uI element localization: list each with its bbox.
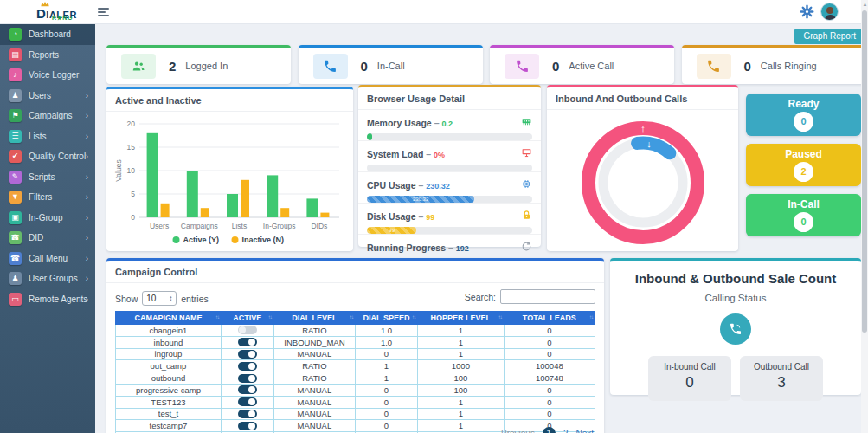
stat-card-calls-ringing[interactable]: 0 Calls Ringing [682,45,866,84]
pagination-previous[interactable]: Previous [501,429,535,433]
dial-level: MANUAL [273,396,355,408]
sidebar-item-reports[interactable]: ▤ Reports [0,45,95,66]
sidebar-item-filters[interactable]: ▼ Filters› [0,187,95,208]
column-header-hopper-level[interactable]: HOPPER LEVEL↑↓ [418,312,505,325]
hopper-level: 100 [418,384,505,396]
active-toggle[interactable] [238,422,257,430]
graph-report-button[interactable]: Graph Report [794,29,865,44]
sidebar-item-user-groups[interactable]: ♟ User Groups› [0,268,95,289]
campaigns-icon: ⚑ [9,109,22,122]
campaign-name[interactable]: changein1 [116,325,222,337]
page-size-control: Show 10 ↕ entries [115,291,209,306]
user-avatar[interactable] [820,3,839,21]
column-header-total-leads[interactable]: TOTAL LEADS↑↓ [504,312,595,325]
show-label: Show [115,294,138,304]
active-call-phone-icon [505,54,539,79]
sidebar-item-in-group[interactable]: ▣ In-Group› [0,208,95,229]
campaign-name[interactable]: ingroup [116,348,222,360]
usage-progress-fill: 230.32 [367,196,474,203]
status-card-in-call[interactable]: In-Call 0 [746,194,861,236]
sort-icon: ↑↓ [350,314,353,320]
pagination-page-2[interactable]: 2 [563,429,569,433]
sidebar-item-scripts[interactable]: ✎ Scripts› [0,167,95,188]
active-toggle[interactable] [238,350,257,359]
hopper-level: 1 [418,396,505,408]
active-toggle[interactable] [238,374,257,383]
stat-label: Logged In [185,61,228,71]
stat-label: Active Call [569,61,614,71]
active-toggle[interactable] [238,338,257,346]
dial-speed: 0 [355,396,417,408]
menu-toggle-icon[interactable] [98,8,110,17]
campaign-control-title: Campaign Control [106,261,604,283]
usage-row-memory-usage: Memory Usage – 0.2 [358,110,541,140]
svg-text:Values: Values [114,159,123,181]
active-toggle[interactable] [238,397,257,406]
usage-value: 99 [426,213,434,222]
campaign-row-test-t: test_t MANUAL 0 1 0 [116,408,595,420]
sidebar-item-did[interactable]: ☎ DID› [0,228,95,249]
top-header: DIALER K★NG [0,0,868,24]
sidebar-item-call-menu[interactable]: ☎ Call Menu› [0,249,95,269]
campaign-name[interactable]: TEST123 [116,396,222,408]
campaign-row-out-camp: out_camp RATIO 1 1000 100048 [116,360,595,372]
status-card-paused[interactable]: Paused 2 [746,144,861,186]
total-leads: 0 [504,348,595,360]
active-toggle[interactable] [238,410,257,418]
status-label: Ready [746,94,861,110]
sidebar-item-voice-logger[interactable]: ♪ Voice Logger [0,65,95,86]
status-card-ready[interactable]: Ready 0 [746,94,861,136]
sidebar-item-dashboard[interactable]: ◔ Dashboard [0,24,95,45]
sidebar-item-remote-agents[interactable]: ▭ Remote Agents› [0,289,95,310]
usage-value: 0% [434,151,445,159]
svg-text:↑: ↑ [640,122,646,135]
vertical-scrollbar[interactable]: ▲ [861,0,868,433]
usage-progress-fill: 99 [367,227,416,234]
column-header-active[interactable]: ACTIVE↑↓ [221,312,273,325]
dial-level: MANUAL [273,420,355,432]
campaign-row-changein1: changein1 RATIO 1.0 1 0 [116,325,595,337]
search-input[interactable] [500,289,595,304]
sidebar-item-campaigns[interactable]: ⚑ Campaigns› [0,106,95,126]
column-header-dial-level[interactable]: DIAL LEVEL↑↓ [273,312,355,325]
chevron-right-icon: › [86,152,88,161]
pagination-next[interactable]: Next [575,429,594,433]
stat-card-logged-in[interactable]: 2 Logged In [106,45,291,84]
stat-card-active-call[interactable]: 0 Active Call [490,45,674,84]
stat-value: 2 [169,59,176,74]
total-leads: 0 [504,384,595,396]
scroll-up-icon[interactable]: ▲ [863,2,868,7]
usage-label: System Load – 0% [367,149,445,159]
sidebar-item-users[interactable]: ♟ Users› [0,86,95,107]
campaign-name[interactable]: testcamp7 [116,420,222,432]
campaign-name[interactable]: progressive camp [116,384,222,396]
svg-text:10: 10 [127,166,136,175]
column-header-dial-speed[interactable]: DIAL SPEED↑↓ [355,312,417,325]
svg-text:Users: Users [150,222,169,230]
active-toggle[interactable] [238,326,257,334]
dial-speed: 1 [355,372,417,385]
app-logo[interactable]: DIALER K★NG [24,1,85,23]
campaign-name[interactable]: out_camp [116,360,222,372]
status-label: Paused [746,144,861,160]
stat-card-in-call[interactable]: 0 In-Call [299,45,483,84]
active-toggle[interactable] [238,362,257,371]
settings-gear-icon[interactable] [800,4,814,19]
hopper-level: 1 [418,325,505,337]
chevron-right-icon: › [86,213,88,223]
entries-select[interactable]: 10 ↕ [142,291,177,306]
svg-text:15: 15 [127,143,136,152]
lock-icon [521,209,532,220]
table-pagination: Previous12Next [501,427,594,433]
campaign-name[interactable]: test_t [116,408,222,420]
pagination-page-1[interactable]: 1 [543,427,556,433]
sidebar-item-lists[interactable]: ☰ Lists› [0,126,95,147]
active-toggle[interactable] [238,385,257,394]
sidebar-item-quality-control[interactable]: ✔ Quality Control› [0,146,95,167]
status-count: 2 [794,162,813,182]
campaign-name[interactable]: inbound [116,336,222,348]
sale-count-title: Inbound & Outbound Sale Count [610,271,861,286]
column-header-camapign-name[interactable]: CAMAPIGN NAME↑↓ [116,312,222,325]
campaign-name[interactable]: outbound [116,372,222,385]
scrollbar-thumb[interactable] [862,10,867,333]
